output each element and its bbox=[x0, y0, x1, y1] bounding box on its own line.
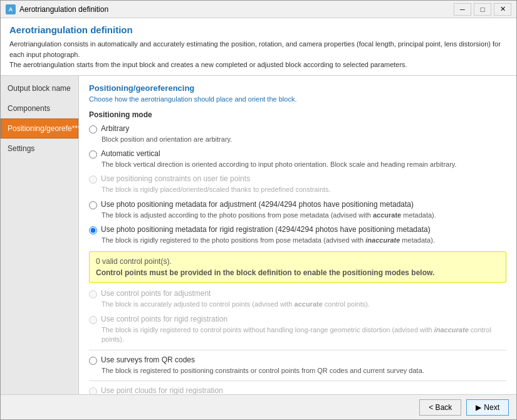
title-bar: A Aerotriangulation definition ─ □ ✕ bbox=[1, 1, 516, 18]
section-title: Positioning/georeferencing bbox=[89, 83, 506, 93]
positioning-mode-label: Positioning mode bbox=[89, 110, 506, 119]
radio-surveys-qr: Use surveys from QR codes bbox=[89, 355, 506, 365]
sidebar-item-components[interactable]: Components bbox=[1, 98, 78, 118]
header-description: Aerotriangulation consists in automatica… bbox=[9, 39, 508, 70]
radio-control-rigid: Use control points for rigid registratio… bbox=[89, 315, 506, 324]
radio-surveys-qr-desc: The block is registered to positioning c… bbox=[102, 366, 506, 375]
sidebar-item-output-block-name[interactable]: Output block name bbox=[1, 78, 78, 98]
radio-point-cloud-rigid: Use point clouds for rigid registration bbox=[89, 386, 506, 394]
radio-photo-metadata-rigid-input[interactable] bbox=[89, 226, 97, 234]
maximize-button[interactable]: □ bbox=[474, 3, 491, 16]
divider bbox=[89, 350, 506, 350]
radio-automatic-vertical-input[interactable] bbox=[89, 150, 97, 159]
radio-control-adjustment-desc: The block is accurately adjusted to cont… bbox=[102, 300, 506, 309]
close-button[interactable]: ✕ bbox=[494, 3, 511, 16]
radio-positioning-constraints: Use positioning constraints on user tie … bbox=[89, 174, 506, 184]
back-button[interactable]: < Back bbox=[419, 399, 461, 416]
radio-point-cloud-rigid-label[interactable]: Use point clouds for rigid registration bbox=[101, 386, 223, 394]
window-controls: ─ □ ✕ bbox=[454, 3, 511, 16]
warning-message: Control points must be provided in the b… bbox=[96, 268, 499, 277]
warning-box: 0 valid control point(s). Control points… bbox=[89, 251, 506, 283]
next-label: Next bbox=[484, 403, 499, 412]
radio-photo-metadata-adjustment-label[interactable]: Use photo positioning metadata for adjus… bbox=[101, 200, 414, 209]
sidebar-item-settings[interactable]: Settings bbox=[1, 139, 78, 159]
radio-control-adjustment: Use control points for adjustment bbox=[89, 289, 506, 298]
section-subtitle: Choose how the aerotriangulation should … bbox=[89, 95, 506, 103]
main-content: Output block name Components Positioning… bbox=[1, 76, 516, 395]
radio-photo-metadata-rigid: Use photo positioning metadata for rigid… bbox=[89, 225, 506, 234]
radio-arbitrary: Arbitrary bbox=[89, 124, 506, 134]
radio-control-rigid-desc: The block is rigidly registered to contr… bbox=[102, 325, 506, 345]
radio-photo-metadata-adjustment-input[interactable] bbox=[89, 201, 97, 209]
radio-automatic-vertical: Automatic vertical bbox=[89, 149, 506, 159]
radio-control-rigid-label[interactable]: Use control points for rigid registratio… bbox=[101, 315, 227, 323]
radio-photo-metadata-rigid-label[interactable]: Use photo positioning metadata for rigid… bbox=[101, 225, 431, 234]
header-section: Aerotriangulation definition Aerotriangu… bbox=[1, 18, 516, 76]
radio-positioning-constraints-input[interactable] bbox=[89, 176, 97, 184]
radio-automatic-vertical-label[interactable]: Automatic vertical bbox=[101, 149, 160, 158]
radio-arbitrary-label[interactable]: Arbitrary bbox=[101, 124, 129, 133]
sidebar-item-positioning[interactable]: Positioning/georefe*** bbox=[1, 118, 78, 139]
radio-surveys-qr-input[interactable] bbox=[89, 357, 97, 365]
radio-positioning-constraints-label[interactable]: Use positioning constraints on user tie … bbox=[101, 174, 250, 183]
radio-photo-metadata-adjustment-desc: The block is adjusted according to the p… bbox=[102, 211, 506, 220]
app-icon: A bbox=[6, 4, 16, 14]
content-area: Positioning/georeferencing Choose how th… bbox=[79, 76, 516, 395]
radio-arbitrary-desc: Block position and orientation are arbit… bbox=[102, 135, 506, 144]
divider2 bbox=[89, 381, 506, 381]
header-title: Aerotriangulation definition bbox=[9, 24, 508, 35]
radio-arbitrary-input[interactable] bbox=[89, 125, 97, 134]
minimize-button[interactable]: ─ bbox=[454, 3, 471, 16]
radio-control-adjustment-input[interactable] bbox=[89, 290, 97, 298]
radio-positioning-constraints-desc: The block is rigidly placed/oriented/sca… bbox=[102, 185, 506, 194]
radio-point-cloud-rigid-input[interactable] bbox=[89, 387, 97, 394]
next-button[interactable]: ▶ Next bbox=[466, 399, 509, 416]
radio-control-adjustment-label[interactable]: Use control points for adjustment bbox=[101, 289, 211, 298]
radio-photo-metadata-rigid-desc: The block is rigidly registered to the p… bbox=[102, 236, 506, 245]
warning-count: 0 valid control point(s). bbox=[96, 257, 499, 266]
radio-surveys-qr-label[interactable]: Use surveys from QR codes bbox=[101, 355, 195, 364]
next-icon: ▶ bbox=[476, 403, 481, 412]
radio-automatic-vertical-desc: The block vertical direction is oriented… bbox=[102, 160, 506, 169]
sidebar: Output block name Components Positioning… bbox=[1, 76, 79, 395]
radio-control-rigid-input[interactable] bbox=[89, 316, 97, 324]
main-window: A Aerotriangulation definition ─ □ ✕ Aer… bbox=[0, 0, 517, 420]
window-title: Aerotriangulation definition bbox=[19, 5, 454, 14]
radio-photo-metadata-adjustment: Use photo positioning metadata for adjus… bbox=[89, 200, 506, 209]
footer: < Back ▶ Next bbox=[1, 394, 516, 419]
